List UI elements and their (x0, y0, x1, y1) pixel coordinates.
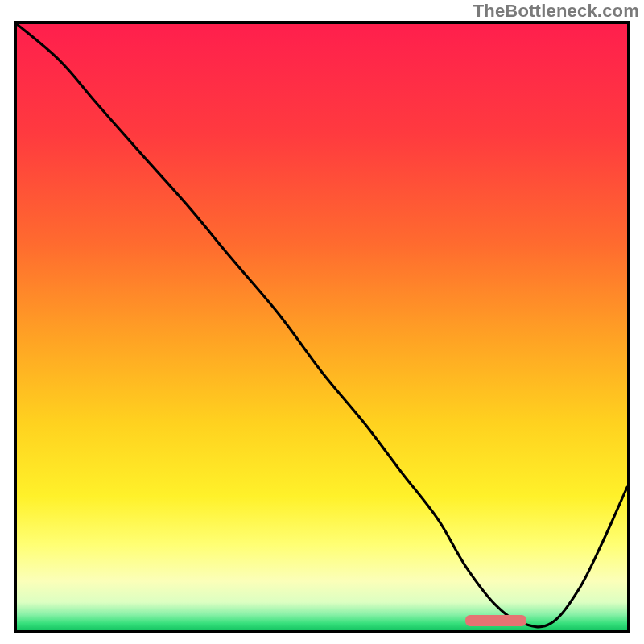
optimal-range-marker (465, 615, 526, 626)
plot-area (17, 24, 627, 630)
heat-gradient-background (17, 24, 627, 630)
attribution-text: TheBottleneck.com (473, 1, 639, 22)
plot-frame (14, 21, 630, 633)
